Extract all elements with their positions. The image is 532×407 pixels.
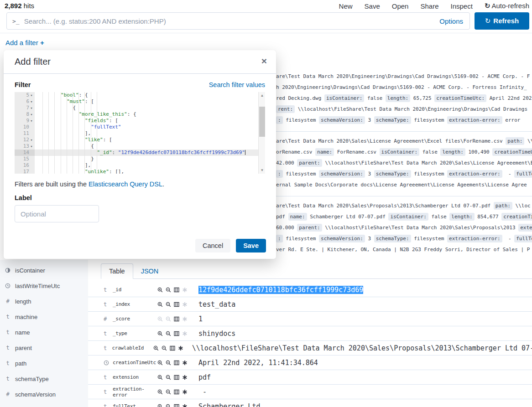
filter-for-value-button[interactable]	[157, 302, 163, 307]
filter-for-value-button[interactable]	[157, 331, 163, 336]
filter-label-input[interactable]	[15, 205, 99, 222]
doc-field-row-fullText: tfullTextSchamberger Ltd.	[88, 399, 532, 407]
line-number: 17	[15, 169, 35, 174]
toggle-column-button[interactable]	[174, 331, 179, 336]
scroll-up-button[interactable]: ▲	[259, 92, 265, 99]
sidebar-field-lastWriteTimeUtc[interactable]: lastWriteTimeUtc	[0, 278, 88, 294]
toggle-column-button[interactable]	[174, 375, 179, 380]
filter-out-value-button[interactable]	[166, 389, 171, 395]
filter-for-field-present-button[interactable]	[178, 345, 183, 351]
field-badge: creationTimeUtc:	[434, 94, 486, 102]
magnify-plus-icon	[157, 331, 163, 336]
sidebar-field-schemaVersion[interactable]: #schemaVersion	[0, 386, 88, 402]
sidebar-field-length[interactable]: #length	[0, 294, 88, 309]
toggle-column-button[interactable]	[174, 389, 179, 395]
elasticsearch-query-dsl-link[interactable]: Elasticsearch Query DSL	[89, 180, 162, 188]
filter-for-value-button[interactable]	[157, 316, 163, 322]
tab-table[interactable]: Table	[101, 263, 133, 279]
filter-out-value-button[interactable]	[162, 345, 167, 351]
line-number: 7▾	[15, 105, 35, 111]
filter-for-value-button[interactable]	[157, 375, 163, 380]
add-filter-link[interactable]: Add a filter +	[5, 39, 44, 46]
filter-for-value-button[interactable]	[157, 287, 163, 293]
field-name-label: name	[15, 329, 30, 336]
filter-for-value-button[interactable]	[153, 345, 159, 351]
toggle-column-icon	[174, 316, 179, 322]
sidebar-field-name[interactable]: tname	[0, 325, 88, 340]
search-filter-values-link[interactable]: Search filter values	[209, 81, 265, 88]
field-name-label: schemaVersion	[15, 391, 56, 398]
toggle-column-button[interactable]	[174, 404, 179, 407]
number-type-icon: #	[6, 298, 9, 304]
line-number: 13▾	[15, 143, 35, 149]
filter-for-value-button[interactable]	[157, 360, 163, 366]
filter-out-value-button[interactable]	[166, 360, 171, 366]
field-badge: fullTex	[514, 170, 532, 178]
sidebar-field-parent[interactable]: tparent	[0, 340, 88, 355]
filter-out-value-button[interactable]	[166, 404, 171, 407]
query-dsl-editor[interactable]: 5▾ "bool": {6▾ "must": [7▾ {8▾ "more_lik…	[15, 92, 265, 174]
filter-out-value-button[interactable]	[166, 302, 171, 307]
filter-for-field-present-button[interactable]	[182, 404, 188, 407]
editor-line-13: 13▾ {	[15, 143, 265, 149]
sidebar-field-machine[interactable]: tmachine	[0, 309, 88, 325]
topnav-new[interactable]: New	[339, 2, 353, 10]
cancel-button[interactable]: Cancel	[195, 239, 230, 252]
filter-for-field-present-button[interactable]	[182, 360, 188, 366]
field-badge: schemaType:	[374, 116, 411, 124]
filter-for-field-present-button[interactable]	[182, 302, 188, 307]
topnav-open[interactable]: Open	[392, 2, 409, 10]
refresh-button[interactable]: ↻Refresh	[475, 12, 529, 30]
toggle-column-button[interactable]	[174, 316, 179, 322]
top-nav: NewSaveOpenShareInspect↻Auto-refresh	[339, 2, 529, 10]
hits-count: 2,892 hits	[5, 2, 34, 10]
field-badge: path:	[506, 137, 524, 145]
text-cursor	[245, 150, 245, 155]
field-name: _score	[113, 316, 157, 322]
filter-for-field-present-button[interactable]	[182, 389, 188, 395]
toggle-column-button[interactable]	[170, 345, 175, 351]
sidebar-field-isContainer[interactable]: isContainer	[0, 263, 88, 278]
sidebar-field-path[interactable]: tpath	[0, 355, 88, 371]
topnav-save[interactable]: Save	[365, 2, 380, 10]
text-type-icon: t	[6, 345, 9, 351]
filter-out-value-button[interactable]	[166, 287, 171, 293]
search-input[interactable]	[24, 17, 440, 25]
dsl-help-text: Filters are built using the Elasticsearc…	[15, 180, 164, 188]
field-badge: name:	[288, 213, 307, 221]
toggle-column-button[interactable]	[174, 302, 179, 307]
doc-field-row-extraction-error: textraction-error -	[88, 385, 532, 399]
scrollbar-thumb[interactable]	[259, 107, 265, 137]
options-link[interactable]: Options	[439, 17, 463, 25]
toggle-column-button[interactable]	[174, 287, 179, 293]
filter-for-value-button[interactable]	[157, 404, 163, 407]
filter-out-value-button[interactable]	[166, 316, 171, 322]
doc-field-row-_index: t_indextest_data	[88, 297, 532, 312]
doc-field-row-_type: t_typeshinydocs	[88, 326, 532, 341]
topnav-share[interactable]: Share	[420, 2, 438, 10]
filter-for-field-present-button[interactable]	[182, 375, 188, 380]
auto-refresh-link[interactable]: ↻Auto-refresh	[485, 2, 529, 10]
save-button[interactable]: Save	[236, 239, 266, 252]
text-type-icon: t	[104, 345, 107, 351]
filter-for-field-present-button[interactable]	[182, 287, 188, 293]
field-badge: creationTimeU	[492, 148, 532, 156]
filter-for-value-button[interactable]	[157, 389, 163, 395]
magnify-plus-icon	[157, 389, 163, 395]
filter-label: Filter	[15, 81, 31, 88]
toggle-column-icon	[174, 287, 179, 293]
scroll-down-button[interactable]: ▼	[259, 167, 265, 174]
sidebar-field-schemaType[interactable]: tschemaType	[0, 371, 88, 386]
close-icon[interactable]: ×	[261, 56, 267, 67]
topnav-inspect[interactable]: Inspect	[451, 2, 473, 10]
tab-json[interactable]: JSON	[133, 264, 167, 278]
field-badge: exte	[518, 224, 532, 232]
filter-out-value-button[interactable]	[166, 375, 171, 380]
document-summary-line: red Decking.dwg isContainer: false lengt…	[276, 93, 532, 104]
filter-out-value-button[interactable]	[166, 331, 171, 336]
field-name: extension	[113, 374, 157, 380]
toggle-column-button[interactable]	[174, 360, 179, 366]
field-badge: :	[276, 170, 283, 178]
filter-for-field-present-button[interactable]	[182, 316, 188, 322]
filter-for-field-present-button[interactable]	[182, 331, 188, 336]
